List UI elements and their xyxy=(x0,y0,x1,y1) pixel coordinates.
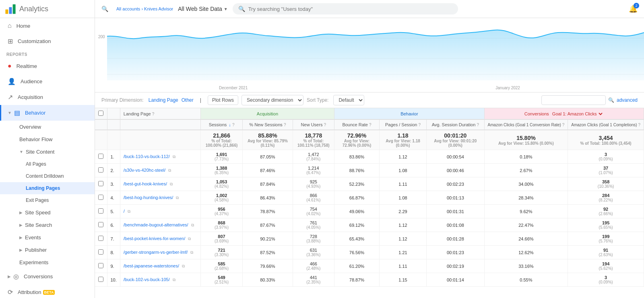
row-page: /best-gut-hook-knives/ ⧉ xyxy=(120,177,200,191)
sidebar-attribution-label: Attribution xyxy=(18,289,41,295)
row-sessions: 721 (3.30%) xyxy=(200,246,243,259)
sidebar-item-acquisition[interactable]: ↗ Acquisition xyxy=(0,89,95,105)
sidebar-item-behavior-flow[interactable]: Behavior Flow xyxy=(0,133,95,146)
sidebar-item-all-pages[interactable]: All Pages xyxy=(0,158,95,170)
sessions-help[interactable]: ? xyxy=(232,123,235,127)
pct-new-help[interactable]: ? xyxy=(284,123,286,127)
copy-icon[interactable]: ⧉ xyxy=(170,182,173,186)
bounce-help[interactable]: ? xyxy=(369,123,372,127)
advanced-link[interactable]: advanced xyxy=(617,97,638,103)
other-link[interactable]: Other xyxy=(182,97,194,103)
sidebar-item-publisher[interactable]: ▶ Publisher xyxy=(0,244,95,256)
sidebar-item-content-drilldown[interactable]: Content Drilldown xyxy=(0,170,95,182)
page-link[interactable]: /buck-110-vs-buck-112/ xyxy=(124,154,170,159)
sidebar-item-behavior[interactable]: ▼ ▤ Behavior xyxy=(0,105,95,121)
asd-help[interactable]: ? xyxy=(477,123,479,127)
secondary-dimension-select[interactable]: Secondary dimension xyxy=(242,95,303,105)
row-number: 6. xyxy=(107,218,120,232)
sidebar-item-exit-pages[interactable]: Exit Pages xyxy=(0,194,95,206)
row-checkbox[interactable] xyxy=(98,222,103,227)
table-search-icon[interactable]: 🔍 xyxy=(608,97,614,103)
page-link[interactable]: /best-hog-hunting-knives/ xyxy=(124,195,173,200)
copy-icon[interactable]: ⧉ xyxy=(191,223,194,227)
copy-icon[interactable]: ⧉ xyxy=(188,236,191,241)
landing-page-help[interactable]: ? xyxy=(152,112,155,116)
row-checkbox[interactable] xyxy=(98,167,103,173)
row-checkbox[interactable] xyxy=(98,181,103,186)
th-bounce[interactable]: Bounce Rate ? xyxy=(334,119,380,130)
row-checkbox[interactable] xyxy=(98,277,103,282)
sidebar-publisher-label: Publisher xyxy=(25,247,47,253)
row-checkbox[interactable] xyxy=(98,236,103,241)
sidebar-item-attribution[interactable]: ⟳ Attribution BETA xyxy=(0,284,95,298)
page-link[interactable]: /best-japanese-waterstones/ xyxy=(124,263,179,268)
page-link[interactable]: /buck-102-vs-buck-105/ xyxy=(124,277,170,282)
sidebar-item-realtime[interactable]: ● Realtime xyxy=(0,58,95,74)
total-sessions: 21,866 % of Total: 100.00% (21,866) xyxy=(200,130,243,150)
page-link[interactable]: /benchmade-bugout-alternatives/ xyxy=(124,222,188,227)
sidebar-item-audience[interactable]: 👤 Audience xyxy=(0,74,95,89)
row-checkbox[interactable] xyxy=(98,195,103,200)
sidebar-item-site-content[interactable]: ▼ Site Content xyxy=(0,146,95,158)
search-input[interactable] xyxy=(248,6,452,12)
table-search-input[interactable] xyxy=(541,95,606,105)
select-all-checkbox[interactable] xyxy=(98,111,103,116)
sidebar-item-landing-pages[interactable]: Landing Pages xyxy=(0,182,95,194)
total-completions: 3,454 % of Total: 100.00% (3,454) xyxy=(568,130,644,150)
breadcrumb: All accounts › Knives Advisor xyxy=(116,6,173,11)
copy-icon[interactable]: ⧉ xyxy=(190,250,193,255)
primary-dimension-value[interactable]: Landing Page xyxy=(149,97,178,103)
breadcrumb-all-accounts[interactable]: All accounts xyxy=(116,6,140,11)
sidebar-item-conversions[interactable]: ▶ ◎ Conversions xyxy=(0,269,95,284)
completions-help[interactable]: ? xyxy=(638,123,640,127)
page-link[interactable]: /best-gut-hook-knives/ xyxy=(124,181,167,186)
table-row: 6. /benchmade-bugout-alternatives/ ⧉ 868… xyxy=(95,218,644,232)
row-sessions: 585 (2.68%) xyxy=(200,259,243,273)
sidebar-item-home[interactable]: ⌂ Home xyxy=(0,18,95,33)
row-number: 8. xyxy=(107,246,120,259)
notification-icon[interactable]: 🔔 2 xyxy=(629,4,638,13)
new-users-label: New Users xyxy=(301,122,323,127)
th-conv-rate[interactable]: Amazon Clicks (Goal 1 Conversion Rate) ? xyxy=(484,119,568,130)
row-number: 5. xyxy=(107,205,120,218)
total-asd: 00:01:20 Avg for View: 00:01:20 (0.00%) xyxy=(427,130,484,150)
copy-icon[interactable]: ⧉ xyxy=(173,277,175,282)
th-new-users[interactable]: New Users ? xyxy=(293,119,334,130)
copy-icon[interactable]: ⧉ xyxy=(128,209,130,214)
copy-icon[interactable]: ⧉ xyxy=(173,154,175,159)
account-selector[interactable]: All Web Site Data ▼ xyxy=(178,6,227,12)
sort-type-select[interactable]: Default xyxy=(333,95,364,105)
conv-rate-help[interactable]: ? xyxy=(562,123,565,127)
copy-icon[interactable]: ⧉ xyxy=(168,168,171,173)
th-pct-new[interactable]: % New Sessions ? xyxy=(243,119,293,130)
copy-icon[interactable]: ⧉ xyxy=(182,264,185,268)
sidebar-item-site-search[interactable]: ▶ Site Search xyxy=(0,219,95,231)
th-pps[interactable]: Pages / Session ? xyxy=(379,119,426,130)
goal-select[interactable]: Goal 1: Amazon Clicks xyxy=(551,111,604,117)
row-checkbox[interactable] xyxy=(98,154,103,159)
row-checkbox[interactable] xyxy=(98,208,103,214)
page-link[interactable]: / xyxy=(124,209,125,214)
sidebar-item-site-speed[interactable]: ▶ Site Speed xyxy=(0,206,95,219)
pps-help[interactable]: ? xyxy=(419,123,421,127)
th-asd[interactable]: Avg. Session Duration ? xyxy=(427,119,484,130)
row-checkbox[interactable] xyxy=(98,249,103,255)
page-link[interactable]: /best-pocket-knives-for-women/ xyxy=(124,236,185,241)
row-checkbox[interactable] xyxy=(98,263,103,268)
page-link[interactable]: /gerber-strongarm-vs-gerber-lmf/ xyxy=(124,250,188,255)
breadcrumb-site[interactable]: Knives Advisor xyxy=(144,6,173,11)
plot-rows-button[interactable]: Plot Rows xyxy=(208,95,238,105)
th-completions[interactable]: Amazon Clicks (Goal 1 Completions) ? xyxy=(568,119,644,130)
row-asd: 00:00:46 xyxy=(427,164,484,177)
th-sessions[interactable]: Sessions ↓ ? xyxy=(200,119,243,130)
sidebar-item-customization[interactable]: ⊞ Customization xyxy=(0,33,95,49)
new-users-help[interactable]: ? xyxy=(324,123,326,127)
copy-icon[interactable]: ⧉ xyxy=(176,195,179,200)
page-link[interactable]: /s30v-vs-420hc-steel/ xyxy=(124,168,166,173)
bounce-label: Bounce Rate xyxy=(342,122,368,127)
sidebar-item-experiments[interactable]: Experiments xyxy=(0,256,95,269)
sidebar-item-overview[interactable]: Overview xyxy=(0,121,95,133)
search-bar[interactable]: 🔍 xyxy=(233,3,458,14)
sidebar-item-events[interactable]: ▶ Events xyxy=(0,231,95,244)
row-pct-new: 90.21% xyxy=(243,232,293,246)
